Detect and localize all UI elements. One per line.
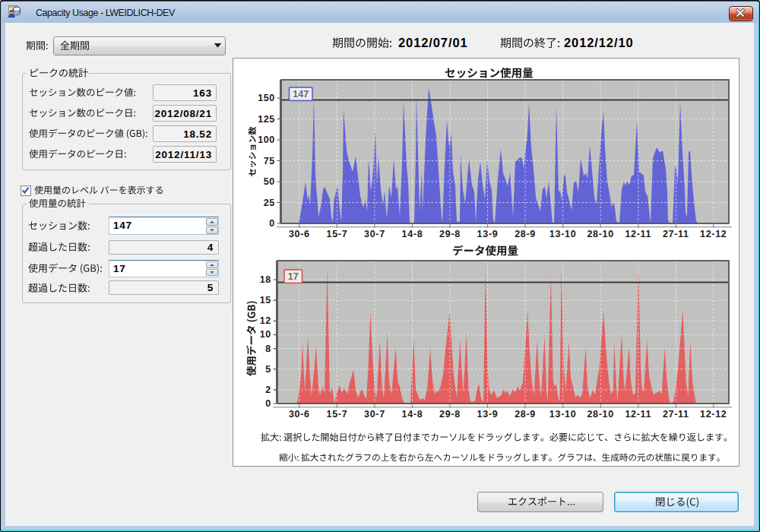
svg-text:0: 0 bbox=[265, 398, 271, 409]
svg-text:12-12: 12-12 bbox=[700, 409, 727, 420]
svg-text:30-7: 30-7 bbox=[364, 409, 385, 420]
svg-text:18: 18 bbox=[260, 274, 271, 285]
svg-text:8: 8 bbox=[265, 344, 271, 354]
svg-text:13-9: 13-9 bbox=[477, 409, 499, 420]
svg-text:13-10: 13-10 bbox=[549, 409, 576, 420]
svg-text:29-8: 29-8 bbox=[439, 409, 461, 420]
svg-text:17: 17 bbox=[288, 271, 299, 282]
svg-text:12: 12 bbox=[260, 315, 271, 326]
svg-text:15-7: 15-7 bbox=[326, 409, 347, 420]
svg-text:28-10: 28-10 bbox=[587, 409, 613, 420]
svg-text:27-11: 27-11 bbox=[663, 409, 689, 420]
svg-text:15: 15 bbox=[260, 295, 271, 306]
svg-text:5: 5 bbox=[265, 364, 271, 375]
svg-text:14-8: 14-8 bbox=[402, 409, 423, 420]
svg-text:28-9: 28-9 bbox=[515, 409, 536, 420]
svg-text:30-6: 30-6 bbox=[289, 409, 310, 420]
svg-text:2: 2 bbox=[265, 385, 271, 395]
svg-text:12-11: 12-11 bbox=[625, 409, 651, 420]
svg-text:10: 10 bbox=[260, 329, 271, 340]
